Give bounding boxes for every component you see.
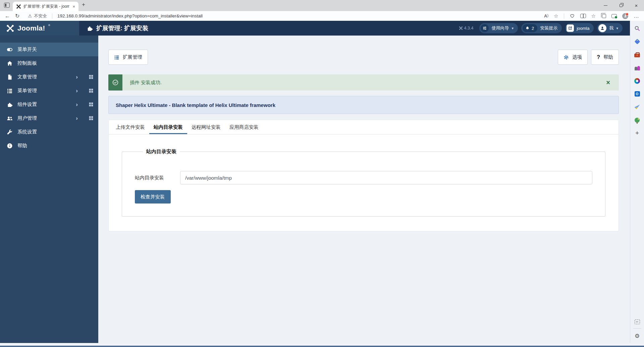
sidebar-item-dashboard[interactable]: 控制面板 bbox=[0, 56, 98, 70]
dashboard-grid-icon[interactable] bbox=[89, 116, 94, 121]
sidebar-item-users[interactable]: 用户管理 › bbox=[0, 111, 98, 125]
install-tabs: 上传文件安装 站内目录安装 远程网址安装 应用商店安装 bbox=[109, 120, 619, 134]
sidebar-item-menu-toggle[interactable]: 菜单开关 bbox=[0, 43, 98, 56]
page-title: 扩展管理: 扩展安装 bbox=[87, 24, 148, 32]
help-label: 帮助 bbox=[603, 54, 613, 60]
tab-upload-package[interactable]: 上传文件安装 bbox=[111, 120, 149, 134]
question-icon: ? bbox=[597, 54, 600, 60]
alert-close-icon[interactable]: × bbox=[606, 79, 610, 86]
back-icon[interactable]: ← bbox=[5, 13, 10, 19]
tab-panel: 站内目录安装 站内目录安装 检查并安装 bbox=[109, 134, 619, 231]
screen: 扩展管理: 扩展安装 - joomla - 后 × + × ← ↻ ⚠ 不安全 … bbox=[0, 0, 644, 347]
chevron-down-icon: ▾ bbox=[512, 26, 514, 31]
user-menu-label: 我 bbox=[609, 25, 613, 31]
browser-menu-icon[interactable]: … bbox=[634, 13, 639, 19]
search-icon[interactable] bbox=[634, 25, 640, 32]
guided-tour-button[interactable]: 使用向导 ▾ bbox=[479, 23, 518, 33]
divider bbox=[633, 328, 641, 329]
restore-button[interactable] bbox=[613, 0, 629, 11]
sidebar-item-components[interactable]: 组件设置 › bbox=[0, 98, 98, 111]
bell-icon bbox=[525, 26, 530, 31]
joomla-admin-page: Joomla! ® 扩展管理: 扩展安装 4.3.4 使用向导 ▾ bbox=[0, 21, 630, 343]
site-security[interactable]: ⚠ 不安全 bbox=[28, 13, 47, 19]
joomla-logo-icon bbox=[6, 24, 14, 33]
chevron-right-icon: › bbox=[76, 101, 78, 108]
tab-close-icon[interactable]: × bbox=[72, 4, 76, 9]
profile-avatar[interactable] bbox=[622, 13, 628, 19]
taskbar-edge bbox=[0, 343, 644, 347]
options-button[interactable]: 选项 bbox=[558, 50, 588, 65]
collections-icon[interactable] bbox=[602, 14, 606, 18]
dashboard-grid-icon[interactable] bbox=[89, 88, 94, 93]
toolbox-icon[interactable] bbox=[634, 52, 640, 58]
page-title-text: 扩展管理: 扩展安装 bbox=[96, 24, 148, 32]
user-menu-button[interactable]: 我 ▾ bbox=[597, 23, 623, 33]
logo-registered-mark: ® bbox=[48, 24, 50, 27]
tab-install-from-url[interactable]: 远程网址安装 bbox=[187, 120, 225, 134]
add-favorite-icon[interactable]: ☆ bbox=[554, 13, 558, 19]
divider bbox=[52, 13, 52, 19]
add-sidebar-item-icon[interactable]: + bbox=[634, 130, 640, 136]
sidebar-item-label: 用户管理 bbox=[17, 115, 37, 121]
outlook-icon[interactable]: O bbox=[634, 91, 640, 97]
fieldset-legend: 站内目录安装 bbox=[143, 149, 180, 155]
notifications-button[interactable]: 2 安装提示 bbox=[521, 23, 562, 33]
url-text[interactable]: 192.168.0.99/administrator/index.php?opt… bbox=[57, 13, 203, 18]
puzzle-icon bbox=[87, 25, 93, 32]
sidebar-item-label: 系统设置 bbox=[17, 129, 37, 135]
browser-essentials-icon[interactable] bbox=[570, 13, 575, 18]
tab-install-from-webstore[interactable]: 应用商店安装 bbox=[225, 120, 263, 134]
new-tab-button[interactable]: + bbox=[82, 1, 85, 8]
chevron-right-icon: › bbox=[76, 74, 78, 80]
site-name-label: joomla bbox=[577, 26, 589, 31]
split-screen-icon[interactable] bbox=[580, 14, 586, 18]
document-icon bbox=[7, 74, 13, 80]
sidebar-settings-icon[interactable]: ⚙ bbox=[635, 333, 640, 340]
sidebar-item-label: 菜单开关 bbox=[17, 46, 37, 53]
help-button[interactable]: ? 帮助 bbox=[591, 50, 619, 65]
drop-icon[interactable] bbox=[634, 104, 640, 110]
admin-sidebar: 菜单开关 控制面板 文章管理 › 菜单管理 › 组件设置 › bbox=[0, 36, 98, 343]
sidebar-item-label: 帮助 bbox=[17, 142, 27, 149]
minimize-button[interactable] bbox=[598, 0, 613, 11]
dashboard-grid-icon[interactable] bbox=[89, 74, 94, 79]
toggle-icon bbox=[7, 47, 13, 53]
microsoft-365-icon[interactable] bbox=[634, 78, 640, 84]
info-icon bbox=[7, 143, 13, 149]
close-button[interactable]: × bbox=[629, 0, 644, 11]
sidebar-item-menus[interactable]: 菜单管理 › bbox=[0, 84, 98, 98]
screenshot-icon[interactable]: ✂ bbox=[635, 320, 640, 324]
sidebar-item-system[interactable]: 系统设置 bbox=[0, 125, 98, 139]
install-card: 上传文件安装 站内目录安装 远程网址安装 应用商店安装 站内目录安装 站内目录安… bbox=[108, 120, 619, 231]
shopping-icon[interactable] bbox=[634, 39, 640, 45]
divider bbox=[564, 13, 564, 19]
browser-toolbar: ← ↻ ⚠ 不安全 192.168.0.99/administrator/ind… bbox=[0, 11, 644, 21]
users-icon bbox=[7, 115, 13, 121]
sidebar-item-content[interactable]: 文章管理 › bbox=[0, 70, 98, 84]
guided-tour-label: 使用向导 bbox=[491, 25, 509, 31]
wallet-icon[interactable] bbox=[611, 14, 617, 18]
manage-extensions-button[interactable]: 扩展管理 bbox=[108, 50, 148, 65]
install-folder-fieldset: 站内目录安装 站内目录安装 检查并安装 bbox=[122, 149, 605, 217]
directory-input[interactable] bbox=[180, 171, 592, 184]
tab-title: 扩展管理: 扩展安装 - joomla - 后 bbox=[23, 4, 69, 9]
page-toolbar: 扩展管理 选项 ? 帮助 bbox=[108, 50, 619, 65]
success-alert: 插件 安装成功. × bbox=[108, 74, 619, 91]
dashboard-grid-icon[interactable] bbox=[89, 102, 94, 107]
joomla-favicon-icon bbox=[16, 4, 21, 9]
tab-install-from-folder[interactable]: 站内目录安装 bbox=[149, 120, 187, 134]
browser-tab[interactable]: 扩展管理: 扩展安装 - joomla - 后 × bbox=[13, 2, 78, 11]
read-aloud-icon[interactable]: A) bbox=[544, 13, 548, 18]
reload-icon[interactable]: ↻ bbox=[15, 13, 19, 19]
joomla-version-icon bbox=[459, 26, 463, 30]
check-and-install-button[interactable]: 检查并安装 bbox=[135, 190, 171, 204]
games-icon[interactable] bbox=[634, 65, 640, 71]
version-text: 4.3.4 bbox=[464, 26, 474, 31]
favorites-bar-icon[interactable]: ☆ bbox=[591, 13, 596, 19]
tab-actions-icon[interactable] bbox=[4, 3, 10, 8]
sidebar-item-help[interactable]: 帮助 bbox=[0, 139, 98, 153]
edge-sidebar-rail: O + ✂ ⚙ bbox=[630, 21, 644, 343]
tree-icon[interactable] bbox=[634, 117, 640, 123]
preview-site-button[interactable]: joomla bbox=[565, 23, 594, 33]
check-circle-icon bbox=[108, 74, 122, 91]
